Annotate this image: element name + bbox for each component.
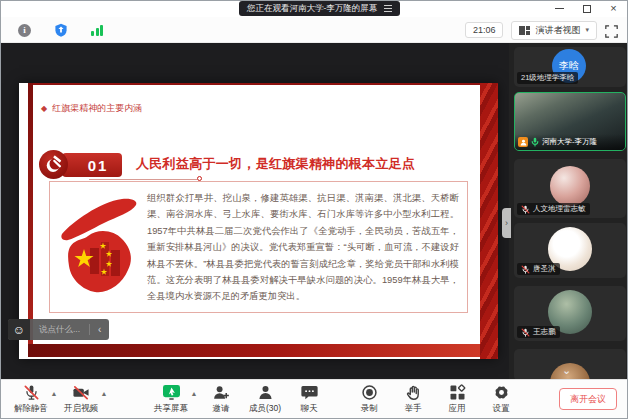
- chat-icon: [301, 384, 318, 401]
- point-number-badge: 01: [62, 153, 122, 177]
- close-button[interactable]: ×: [608, 3, 619, 14]
- meeting-window: 您正在观看河南大学-李万隆的屏幕 × i 21:06 演讲者视图 ▾: [0, 0, 628, 419]
- shared-screen-area: ◆ 红旗渠精神的主要内涵 01 人民利益高于一切，是红旗渠精神的根本立足点: [1, 43, 509, 381]
- chat-collapse-button[interactable]: ‹: [90, 324, 109, 335]
- slide-red-band: [480, 83, 498, 359]
- video-options-chevron[interactable]: ▲: [99, 375, 109, 411]
- apps-button[interactable]: 应用: [435, 381, 479, 417]
- settings-button[interactable]: 设置: [479, 381, 523, 417]
- unmute-button[interactable]: 解除静音: [9, 381, 53, 417]
- avatar: [550, 166, 590, 206]
- slide-frame-top: [28, 83, 480, 85]
- mic-muted-icon: [521, 328, 530, 337]
- raise-hand-button[interactable]: 举手: [391, 381, 435, 417]
- participant-tile[interactable]: 人文地理雷志敏: [514, 159, 626, 218]
- banner-menu-icon[interactable]: [384, 5, 392, 12]
- meeting-toolbar: 解除静音 ▲ 开启视频 ▲ 共享屏幕 ▲ 邀请 成员(30) 聊天: [1, 379, 627, 418]
- participant-name: 唐圣淇: [517, 263, 560, 275]
- slide-content-box: 组织群众打旱井、挖山泉，修建英雄渠、抗日渠、淇南渠、淇北渠、天桥断渠、南谷洞水库…: [49, 181, 468, 313]
- chat-input[interactable]: 说点什么...: [30, 324, 89, 336]
- chevron-down-icon: ⌄: [562, 365, 571, 376]
- screen-share-icon: [162, 384, 181, 401]
- participant-name: 人文地理雷志敏: [517, 203, 590, 215]
- status-icons: i: [18, 17, 103, 43]
- party-emblem-icon: [39, 150, 68, 179]
- topbar-right: 21:06 演讲者视图 ▾: [465, 17, 618, 43]
- mic-muted-icon: [521, 265, 530, 274]
- record-icon: [361, 384, 378, 401]
- members-icon: [257, 384, 274, 401]
- watching-banner: 您正在观看河南大学-李万隆的屏幕: [239, 1, 400, 16]
- chat-button[interactable]: 聊天: [287, 381, 331, 417]
- camera-off-icon: [72, 384, 90, 401]
- mic-on-icon: [531, 137, 539, 147]
- window-controls: ×: [554, 2, 619, 15]
- titlebar: 您正在观看河南大学-李万隆的屏幕 ×: [1, 1, 627, 17]
- participant-tile[interactable]: 唐圣淇: [514, 223, 626, 278]
- presenter-badge-icon: [518, 137, 528, 147]
- invite-icon: [213, 384, 230, 401]
- participants-sidebar: 李晗 21级地理学李晗 河南大学-李万隆 人文地理雷志敏: [509, 43, 628, 381]
- settings-gear-icon: [493, 384, 510, 401]
- share-screen-button[interactable]: 共享屏幕: [149, 381, 193, 417]
- slide-frame-left: [28, 83, 33, 357]
- network-signal-icon[interactable]: [91, 24, 103, 36]
- participant-tile[interactable]: 王志鹏: [514, 286, 626, 341]
- slide-body-text: 组织群众打旱井、挖山泉，修建英雄渠、抗日渠、淇南渠、淇北渠、天桥断渠、南谷洞水库…: [147, 190, 459, 305]
- title-underline: [89, 179, 197, 180]
- sidebar-collapse-handle[interactable]: ›: [502, 208, 511, 238]
- maximize-button[interactable]: [581, 3, 592, 14]
- section-header-text: 红旗渠精神的主要内涵: [52, 102, 142, 115]
- record-button[interactable]: 录制: [347, 381, 391, 417]
- share-options-chevron[interactable]: ▲: [189, 375, 199, 411]
- participant-tile-partial[interactable]: ⌄: [514, 349, 626, 381]
- presentation-slide: ◆ 红旗渠精神的主要内涵 01 人民利益高于一切，是红旗渠精神的根本立足点: [19, 83, 498, 359]
- chat-quick-bar: ☺ 说点什么... ‹: [8, 319, 109, 340]
- topbar: i 21:06 演讲者视图 ▾: [1, 17, 627, 43]
- minimize-button[interactable]: [554, 3, 565, 14]
- participant-name: 21级地理学李晗: [517, 72, 578, 84]
- participant-name: 王志鹏: [517, 326, 560, 338]
- participant-name: 河南大学-李万隆: [515, 134, 625, 150]
- slide-frame-bottom: [28, 344, 480, 357]
- raise-hand-icon: [405, 384, 422, 401]
- meeting-timer: 21:06: [465, 22, 504, 38]
- slide-point-title: 人民利益高于一切，是红旗渠精神的根本立足点: [136, 155, 415, 173]
- diamond-bullet-icon: ◆: [41, 104, 47, 113]
- chevron-down-icon: ▾: [585, 26, 589, 34]
- participant-tile-active-speaker[interactable]: 河南大学-李万隆: [514, 92, 626, 151]
- security-shield-icon[interactable]: [54, 23, 68, 37]
- mic-muted-icon: [521, 205, 530, 214]
- invite-button[interactable]: 邀请: [199, 381, 243, 417]
- leave-meeting-button[interactable]: 离开会议: [559, 388, 617, 410]
- slide-section-header: ◆ 红旗渠精神的主要内涵: [41, 102, 142, 115]
- start-video-button[interactable]: 开启视频: [59, 381, 103, 417]
- mic-off-icon: [23, 384, 40, 401]
- view-mode-button[interactable]: 演讲者视图 ▾: [511, 21, 597, 40]
- participant-tile[interactable]: 李晗 21级地理学李晗: [514, 47, 626, 87]
- china-map-graphic: [56, 194, 142, 306]
- apps-icon: [449, 384, 466, 401]
- fullscreen-icon[interactable]: [605, 24, 618, 37]
- meeting-info-icon[interactable]: i: [18, 24, 31, 37]
- mic-options-chevron[interactable]: ▲: [49, 375, 59, 411]
- emoji-icon[interactable]: ☺: [8, 319, 30, 340]
- speaker-view-icon: [519, 26, 530, 35]
- view-mode-label: 演讲者视图: [535, 24, 580, 37]
- watching-banner-text: 您正在观看河南大学-李万隆的屏幕: [247, 3, 377, 15]
- members-button[interactable]: 成员(30): [243, 381, 287, 417]
